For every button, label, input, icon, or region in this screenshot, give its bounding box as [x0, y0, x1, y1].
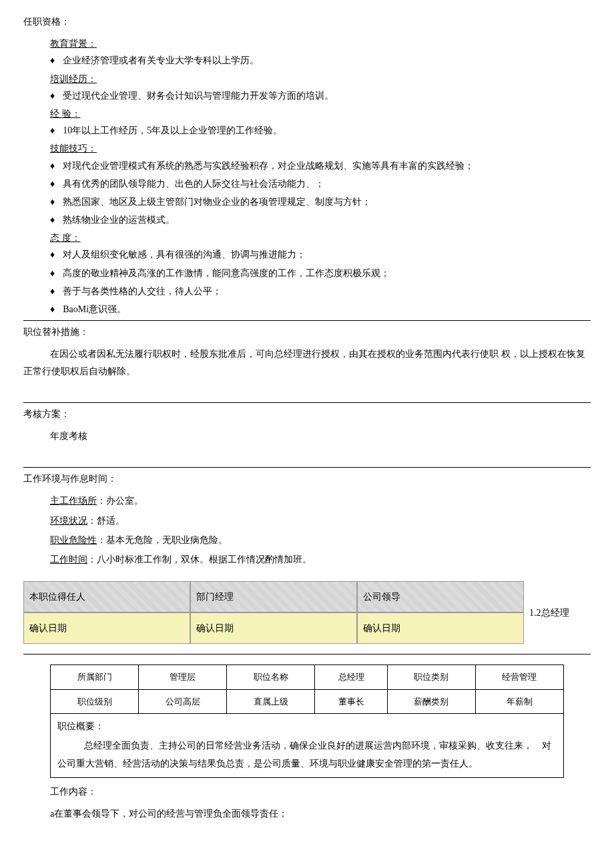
risk-line: 职业危险性：基本无危险，无职业病危险。 — [50, 532, 591, 548]
pos-name-value: 总经理 — [315, 665, 388, 689]
attitude-item: ♦高度的敬业精神及高涨的工作激情，能同意高强度的工作，工作态度积极乐观； — [50, 265, 591, 282]
summary-text: 总经理全面负责、主持公司的日常经营业务活动，确保企业良好的进展运营内部环境，审核… — [57, 737, 557, 773]
diamond-bullet-icon: ♦ — [50, 211, 55, 228]
level-label: 职位级别 — [51, 689, 139, 713]
sig-header-1: 本职位得任人 — [23, 581, 190, 612]
diamond-bullet-icon: ♦ — [50, 265, 55, 282]
work-content-title: 工作内容： — [50, 783, 591, 800]
confirm-date-2: 确认日期 — [190, 612, 357, 644]
skills-item: ♦对现代企业管理模式有系统的熟悉与实践经验积存，对企业战略规划、实施等具有丰富的… — [50, 157, 591, 174]
diamond-bullet-icon: ♦ — [50, 301, 55, 318]
sig-header-3: 公司领导 — [357, 581, 524, 612]
divider — [23, 467, 591, 468]
attitude-item: ♦BaoMi意识强。 — [50, 301, 591, 318]
diamond-bullet-icon: ♦ — [50, 246, 55, 263]
confirm-date-3: 确认日期 — [357, 612, 524, 644]
dept-label: 所属部门 — [51, 665, 139, 689]
attitude-item: ♦善于与各类性格的人交往，待人公平； — [50, 283, 591, 300]
diamond-bullet-icon: ♦ — [50, 122, 55, 139]
attitude-item: ♦对人及组织变化敏感，具有很强的沟通、协调与推进能力； — [50, 246, 591, 263]
pos-name-label: 职位名称 — [227, 665, 315, 689]
qualifications-title: 任职资格： — [23, 13, 591, 30]
skills-item: ♦熟悉国家、地区及上级主管部门对物业企业的各项管理规定、制度与方针； — [50, 193, 591, 210]
assessment-title: 考核方案： — [23, 406, 591, 422]
table-row: 所属部门 管理层 职位名称 总经理 职位类别 经营管理 — [51, 665, 564, 689]
skills-item: ♦具有优秀的团队领导能力、出色的人际交往与社会活动能力、； — [50, 175, 591, 192]
diamond-bullet-icon: ♦ — [50, 175, 55, 192]
substitute-title: 职位替补措施： — [23, 324, 591, 340]
condition-line: 环境状况：舒适。 — [50, 512, 591, 529]
environment-section: 工作环境与作息时间： 主工作场所：办公室。 环境状况：舒适。 职业危险性：基本无… — [23, 470, 591, 568]
assessment-text: 年度考核 — [50, 428, 591, 444]
training-label: 培训经历： — [50, 71, 591, 87]
qualifications-section: 任职资格： 教育背景： ♦ 企业经济管理或者有关专业大学专科以上学历。 培训经历… — [23, 13, 591, 318]
summary-box: 职位概要： 总经理全面负责、主持公司的日常经营业务活动，确保企业良好的进展运营内… — [50, 714, 564, 777]
divider — [23, 654, 591, 655]
work-content-item-a: a在董事会领导下，对公司的经营与管理负全面领导责任； — [50, 805, 591, 822]
attitude-label: 态 度： — [50, 230, 591, 246]
workplace-line: 主工作场所：办公室。 — [50, 492, 591, 509]
environment-title: 工作环境与作息时间： — [23, 470, 591, 487]
diamond-bullet-icon: ♦ — [50, 52, 55, 69]
worktime-line: 工作时间：八小时标准工作制，双休。根据工作情况酌情加班。 — [50, 551, 591, 568]
salary-label: 薪酬类别 — [387, 689, 475, 713]
divider — [23, 402, 591, 403]
experience-label: 经 验： — [50, 105, 591, 122]
superior-label: 直属上级 — [227, 689, 315, 713]
superior-value: 董事长 — [315, 689, 388, 713]
education-item: ♦ 企业经济管理或者有关专业大学专科以上学历。 — [50, 52, 591, 69]
education-label: 教育背景： — [50, 35, 591, 52]
confirm-date-1: 确认日期 — [23, 612, 190, 644]
info-table: 所属部门 管理层 职位名称 总经理 职位类别 经营管理 职位级别 公司高层 直属… — [50, 665, 564, 714]
signature-table: 本职位得任人 部门经理 公司领导 确认日期 确认日期 确认日期 1.2总经理 — [23, 581, 591, 644]
assessment-section: 考核方案： 年度考核 — [23, 406, 591, 444]
substitute-text: 在因公或者因私无法履行职权时，经股东批准后，可向总经理进行授权，由其在授权的业务… — [23, 346, 591, 379]
dept-value: 管理层 — [139, 665, 227, 689]
pos-cat-value: 经营管理 — [475, 665, 563, 689]
substitute-section: 职位替补措施： 在因公或者因私无法履行职权时，经股东批准后，可向总经理进行授权，… — [23, 324, 591, 380]
sig-header-2: 部门经理 — [190, 581, 357, 612]
experience-item: ♦ 10年以上工作经历，5年及以上企业管理的工作经验。 — [50, 122, 591, 139]
diamond-bullet-icon: ♦ — [50, 283, 55, 300]
level-value: 公司高层 — [139, 689, 227, 713]
diamond-bullet-icon: ♦ — [50, 87, 55, 104]
salary-value: 年薪制 — [475, 689, 563, 713]
diamond-bullet-icon: ♦ — [50, 157, 55, 174]
training-item: ♦ 受过现代企业管理、财务会计知识与管理能力开发等方面的培训。 — [50, 87, 591, 104]
divider — [23, 320, 591, 321]
table-row: 职位级别 公司高层 直属上级 董事长 薪酬类别 年薪制 — [51, 689, 564, 713]
skills-label: 技能技巧： — [50, 140, 591, 157]
diamond-bullet-icon: ♦ — [50, 193, 55, 210]
pos-cat-label: 职位类别 — [387, 665, 475, 689]
section-number-label: 1.2总经理 — [524, 581, 591, 644]
skills-item: ♦熟练物业企业的运营模式。 — [50, 211, 591, 228]
summary-title: 职位概要： — [57, 718, 557, 735]
